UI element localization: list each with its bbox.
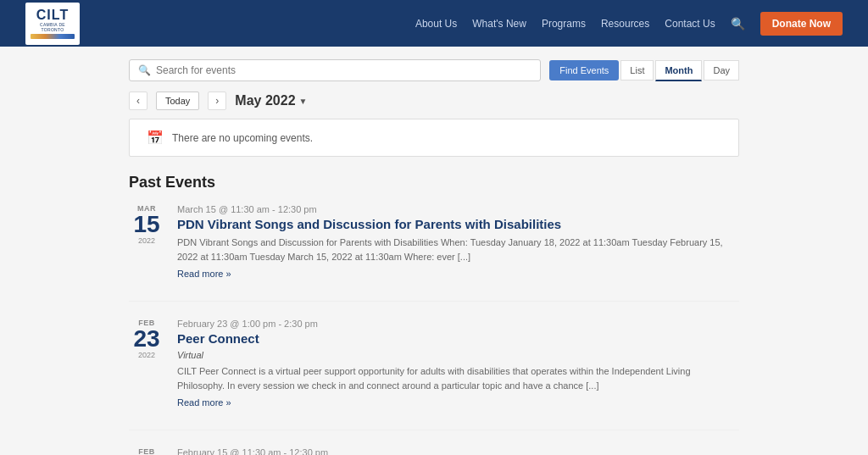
no-events-banner: 📅 There are no upcoming events. — [129, 119, 739, 157]
event-date: FEB 15 2022 — [129, 447, 164, 455]
list-view-button[interactable]: List — [620, 60, 654, 80]
nav-contact[interactable]: Contact Us — [665, 18, 715, 30]
next-month-button[interactable]: › — [208, 92, 226, 110]
event-date: FEB 23 2022 — [129, 319, 164, 408]
month-label: May 2022 — [235, 93, 295, 108]
search-small-icon: 🔍 — [138, 64, 151, 76]
donate-button[interactable]: Donate Now — [760, 12, 843, 36]
search-input-wrap: 🔍 — [129, 59, 541, 81]
search-input[interactable] — [156, 64, 531, 76]
logo[interactable]: CILT CAMBIA DE TORONTO — [25, 3, 80, 45]
header: CILT CAMBIA DE TORONTO About Us What's N… — [0, 0, 868, 47]
event-year: 2022 — [129, 351, 164, 359]
event-time: March 15 @ 11:30 am - 12:30 pm — [177, 204, 739, 214]
read-more-link[interactable]: Read more » — [177, 397, 231, 408]
nav-resources[interactable]: Resources — [601, 18, 649, 30]
logo-text: CILT — [36, 8, 69, 22]
main-nav: About Us What's New Programs Resources C… — [415, 12, 843, 36]
event-day: 23 — [129, 327, 164, 351]
event-time: February 23 @ 1:00 pm - 2:30 pm — [177, 319, 739, 329]
event-item: MAR 15 2022 March 15 @ 11:30 am - 12:30 … — [129, 204, 739, 280]
event-item: FEB 23 2022 February 23 @ 1:00 pm - 2:30… — [129, 319, 739, 408]
nav-about[interactable]: About Us — [415, 18, 457, 30]
event-description: CILT Peer Connect is a virtual peer supp… — [177, 364, 739, 392]
main-content: 🔍 Find Events List Month Day ‹ Today › M… — [112, 47, 756, 455]
view-buttons: Find Events List Month Day — [549, 60, 739, 81]
event-year: 2022 — [129, 236, 164, 245]
event-title[interactable]: Peer Connect — [177, 331, 739, 346]
no-events-text: There are no upcoming events. — [172, 132, 313, 144]
event-date: MAR 15 2022 — [129, 204, 164, 280]
nav-programs[interactable]: Programs — [542, 18, 586, 30]
search-icon[interactable]: 🔍 — [731, 17, 745, 31]
divider — [129, 430, 739, 430]
event-day: 15 — [129, 213, 164, 236]
event-description: PDN Vibrant Songs and Discussion for Par… — [177, 236, 739, 264]
event-time: February 15 @ 11:30 am - 12:30 pm — [177, 447, 739, 455]
divider — [129, 301, 739, 302]
find-events-button[interactable]: Find Events — [549, 60, 619, 80]
month-view-button[interactable]: Month — [655, 60, 702, 81]
prev-month-button[interactable]: ‹ — [129, 92, 147, 110]
logo-bar — [31, 34, 75, 39]
event-location: Virtual — [177, 350, 739, 360]
day-view-button[interactable]: Day — [704, 60, 739, 80]
event-content: February 23 @ 1:00 pm - 2:30 pm Peer Con… — [177, 319, 739, 408]
current-month[interactable]: May 2022 ▼ — [235, 93, 307, 108]
calendar-icon: 📅 — [147, 130, 164, 146]
event-content: March 15 @ 11:30 am - 12:30 pm PDN Vibra… — [177, 204, 739, 280]
calendar-nav: ‹ Today › May 2022 ▼ — [129, 92, 739, 110]
logo-subtext: CAMBIA DE TORONTO — [31, 22, 75, 32]
month-dropdown-icon: ▼ — [299, 97, 308, 106]
read-more-link[interactable]: Read more » — [177, 269, 231, 279]
event-title[interactable]: PDN Vibrant Songs and Discussion for Par… — [177, 217, 739, 231]
event-content: February 15 @ 11:30 am - 12:30 pm PDN Vi… — [177, 447, 739, 455]
nav-whats-new[interactable]: What's New — [472, 18, 526, 30]
today-button[interactable]: Today — [156, 92, 199, 110]
event-item: FEB 15 2022 February 15 @ 11:30 am - 12:… — [129, 447, 739, 455]
search-bar: 🔍 Find Events List Month Day — [129, 59, 739, 81]
past-events-title: Past Events — [129, 174, 739, 191]
